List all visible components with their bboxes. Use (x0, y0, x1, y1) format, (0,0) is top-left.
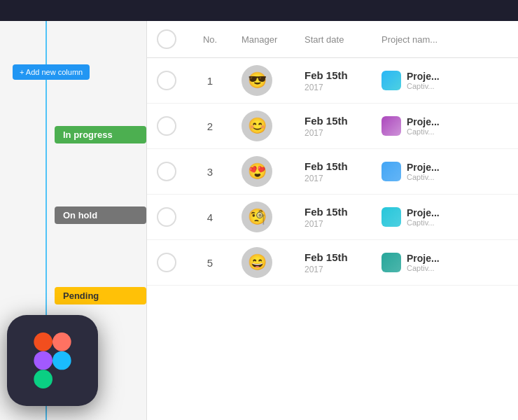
th-check (147, 29, 186, 49)
project-sub-2: Captiv... (407, 173, 440, 181)
avatar-0: 😎 (241, 65, 272, 96)
date-main-3: Feb 15th (304, 206, 382, 218)
table-header: No. Manager Start date Project nam... (147, 21, 518, 58)
row-date-2: Feb 15th 2017 (304, 160, 382, 183)
row-avatar-0: 😎 (234, 65, 304, 96)
table-row[interactable]: 4 🧐 Feb 15th 2017 Proje... Captiv... (147, 195, 518, 240)
top-bar (0, 0, 518, 21)
project-name-1: Proje... (407, 116, 440, 127)
table-rows-container: 1 😎 Feb 15th 2017 Proje... Captiv... 2 😊 (147, 58, 518, 286)
svg-rect-0 (34, 332, 52, 351)
project-icon-2 (382, 162, 401, 181)
project-text-1: Proje... Captiv... (407, 116, 440, 136)
project-sub-3: Captiv... (407, 218, 440, 227)
table-row[interactable]: 3 😍 Feb 15th 2017 Proje... Captiv... (147, 149, 518, 195)
th-project-name: Project nam... (382, 34, 518, 45)
svg-rect-3 (34, 370, 52, 388)
avatar-2: 😍 (241, 156, 272, 187)
svg-rect-1 (52, 332, 71, 351)
row-no-1: 2 (186, 120, 234, 132)
row-check-0[interactable] (147, 71, 186, 90)
row-no-0: 1 (186, 75, 234, 87)
row-no-4: 5 (186, 257, 234, 269)
project-icon-0 (382, 71, 401, 90)
row-date-4: Feb 15th 2017 (304, 251, 382, 274)
row-check-4[interactable] (147, 253, 186, 272)
date-year-3: 2017 (304, 219, 382, 229)
project-sub-4: Captiv... (407, 264, 440, 272)
avatar-4: 😄 (241, 247, 272, 278)
date-main-1: Feb 15th (304, 115, 382, 127)
date-main-4: Feb 15th (304, 251, 382, 263)
avatar-3: 🧐 (241, 202, 272, 232)
row-avatar-4: 😄 (234, 247, 304, 278)
row-project-3: Proje... Captiv... (382, 207, 518, 227)
table-row[interactable]: 2 😊 Feb 15th 2017 Proje... Captiv... (147, 104, 518, 149)
project-name-2: Proje... (407, 162, 440, 173)
date-year-1: 2017 (304, 128, 382, 138)
row-check-1[interactable] (147, 116, 186, 136)
th-manager: Manager (234, 34, 304, 45)
row-check-2[interactable] (147, 162, 186, 181)
row-checkbox-2[interactable] (157, 162, 176, 181)
badge-pending: Pending (55, 287, 146, 304)
project-text-3: Proje... Captiv... (407, 207, 440, 227)
project-sub-0: Captiv... (407, 82, 440, 90)
badge-in-progress: In progress (55, 126, 146, 144)
row-avatar-3: 🧐 (234, 202, 304, 232)
table-area: No. Manager Start date Project nam... 1 … (147, 21, 518, 420)
row-avatar-2: 😍 (234, 156, 304, 187)
row-project-2: Proje... Captiv... (382, 162, 518, 181)
date-year-4: 2017 (304, 265, 382, 274)
badge-on-hold: On hold (55, 206, 146, 224)
th-no: No. (186, 34, 234, 45)
sidebar: + Add new column In progress On hold Pen… (0, 21, 147, 420)
figma-logo-icon (24, 332, 80, 388)
row-project-1: Proje... Captiv... (382, 116, 518, 136)
svg-point-4 (52, 351, 71, 370)
date-year-0: 2017 (304, 83, 382, 92)
row-project-0: Proje... Captiv... (382, 71, 518, 90)
project-icon-1 (382, 116, 401, 136)
project-icon-3 (382, 207, 401, 227)
add-new-column-button[interactable]: + Add new column (13, 64, 90, 80)
row-checkbox-4[interactable] (157, 253, 176, 272)
avatar-1: 😊 (241, 111, 272, 141)
row-checkbox-3[interactable] (157, 207, 176, 227)
project-text-4: Proje... Captiv... (407, 253, 440, 272)
table-row[interactable]: 1 😎 Feb 15th 2017 Proje... Captiv... (147, 58, 518, 104)
project-name-3: Proje... (407, 207, 440, 218)
row-avatar-1: 😊 (234, 111, 304, 141)
header-checkbox[interactable] (157, 29, 176, 49)
row-checkbox-0[interactable] (157, 71, 176, 90)
row-no-2: 3 (186, 166, 234, 178)
row-check-3[interactable] (147, 207, 186, 227)
row-no-3: 4 (186, 211, 234, 223)
project-name-0: Proje... (407, 71, 440, 82)
date-year-2: 2017 (304, 174, 382, 183)
project-text-2: Proje... Captiv... (407, 162, 440, 181)
row-date-3: Feb 15th 2017 (304, 206, 382, 229)
th-start-date: Start date (304, 34, 382, 45)
project-icon-4 (382, 253, 401, 272)
main-container: + Add new column In progress On hold Pen… (0, 21, 518, 420)
figma-icon-area (7, 315, 98, 406)
row-date-1: Feb 15th 2017 (304, 115, 382, 138)
row-project-4: Proje... Captiv... (382, 253, 518, 272)
date-main-2: Feb 15th (304, 160, 382, 172)
table-row[interactable]: 5 😄 Feb 15th 2017 Proje... Captiv... (147, 240, 518, 286)
svg-rect-2 (34, 351, 52, 370)
row-checkbox-1[interactable] (157, 116, 176, 136)
date-main-0: Feb 15th (304, 69, 382, 81)
project-text-0: Proje... Captiv... (407, 71, 440, 90)
row-date-0: Feb 15th 2017 (304, 69, 382, 92)
project-name-4: Proje... (407, 253, 440, 264)
project-sub-1: Captiv... (407, 127, 440, 136)
